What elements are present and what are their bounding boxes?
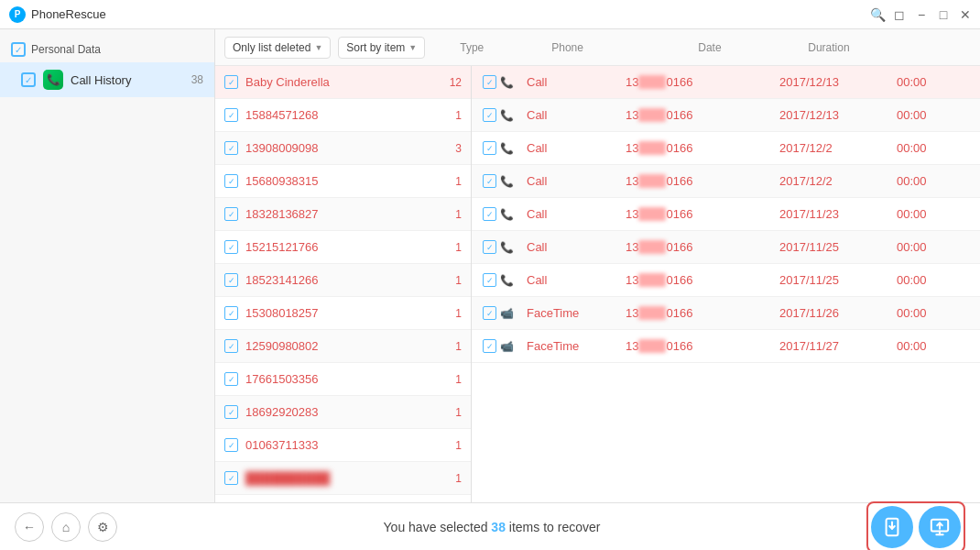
detail-row[interactable]: ✓ 📞 Call 13 0166 2017/11/25 00:00 — [472, 264, 980, 297]
home-button[interactable]: ⌂ — [51, 512, 81, 542]
detail-check[interactable]: ✓ 📹 — [483, 306, 519, 320]
detail-checkbox[interactable]: ✓ — [483, 174, 496, 188]
maximize-icon[interactable]: □ — [936, 7, 951, 22]
row-count: 1 — [443, 208, 462, 221]
list-item[interactable]: ✓ 15680938315 1 — [215, 165, 471, 198]
row-checkbox[interactable]: ✓ — [224, 108, 238, 122]
detail-check[interactable]: ✓ 📞 — [483, 108, 519, 122]
list-rows: ✓ Baby Cinderella 12 ✓ 15884571268 1 ✓ 1… — [215, 66, 471, 502]
row-checkbox[interactable]: ✓ — [224, 438, 238, 452]
detail-pane: ✓ 📞 Call 13 0166 2017/12/13 00:00 ✓ 📞 — [472, 66, 980, 502]
row-count: 12 — [443, 76, 462, 89]
list-item[interactable]: ✓ 15215121766 1 — [215, 231, 471, 264]
detail-checkbox[interactable]: ✓ — [483, 108, 496, 122]
row-count: 1 — [443, 439, 462, 452]
list-item[interactable]: ✓ ██████████ 1 — [215, 462, 471, 495]
list-item[interactable]: ✓ 17661503356 1 — [215, 363, 471, 396]
list-item[interactable]: ✓ 01063711333 1 — [215, 429, 471, 462]
two-pane: ✓ Baby Cinderella 12 ✓ 15884571268 1 ✓ 1… — [215, 66, 980, 502]
detail-checkbox[interactable]: ✓ — [483, 207, 496, 221]
row-count: 1 — [443, 373, 462, 386]
row-name: 18692920283 — [245, 405, 436, 419]
row-checkbox[interactable]: ✓ — [224, 471, 238, 485]
sort-button[interactable]: Sort by item ▼ — [338, 37, 425, 59]
detail-row[interactable]: ✓ 📹 FaceTime 13 0166 2017/11/26 00:00 — [472, 297, 980, 330]
detail-checkbox[interactable]: ✓ — [483, 240, 496, 254]
row-checkbox[interactable]: ✓ — [224, 75, 238, 89]
list-item[interactable]: ✓ 15884571268 1 — [215, 99, 471, 132]
item-checkbox[interactable]: ✓ — [21, 72, 36, 87]
list-item[interactable]: ✓ Baby Cinderella 12 — [215, 66, 471, 99]
footer-text-post: items to recover — [506, 520, 600, 534]
col-date: 2017/11/26 — [779, 306, 889, 320]
footer-text-pre: You have selected — [384, 520, 492, 534]
list-item[interactable]: ✓ 12590980802 1 — [215, 330, 471, 363]
parent-checkbox[interactable]: ✓ — [11, 42, 26, 57]
sidebar-item-call-history[interactable]: ✓ 📞 Call History 38 — [0, 62, 214, 97]
detail-check[interactable]: ✓ 📹 — [483, 339, 519, 353]
detail-row[interactable]: ✓ 📞 Call 13 0166 2017/12/13 00:00 — [472, 66, 980, 99]
row-checkbox[interactable]: ✓ — [224, 306, 238, 320]
sidebar: ✓ Personal Data ✓ 📞 Call History 38 — [0, 29, 215, 502]
detail-check[interactable]: ✓ 📞 — [483, 75, 519, 89]
row-checkbox[interactable]: ✓ — [224, 240, 238, 254]
detail-header-spacer: Type Phone Date Duration — [432, 41, 971, 54]
col-phone: 13 0166 — [626, 141, 772, 155]
row-name: 15884571268 — [245, 108, 436, 122]
nav-bar: ← ⌂ ⚙ — [15, 512, 117, 542]
back-button[interactable]: ← — [15, 512, 44, 542]
col-duration: 00:00 — [897, 75, 927, 89]
close-icon[interactable]: ✕ — [958, 7, 973, 22]
row-checkbox[interactable]: ✓ — [224, 141, 238, 155]
detail-checkbox[interactable]: ✓ — [483, 75, 496, 89]
detail-checkbox[interactable]: ✓ — [483, 339, 496, 353]
list-item[interactable]: ✓ 13908009098 3 — [215, 132, 471, 165]
restore-to-pc-button[interactable] — [919, 506, 961, 548]
content-area: Only list deleted ▼ Sort by item ▼ Type … — [215, 29, 980, 502]
minimize-alt-icon[interactable]: ◻ — [892, 7, 907, 22]
row-name: 01063711333 — [245, 438, 436, 452]
window-controls: 🔍 ◻ − □ ✕ — [870, 7, 973, 22]
detail-checkbox[interactable]: ✓ — [483, 273, 496, 287]
row-name: 18523141266 — [245, 273, 436, 287]
sidebar-section: ✓ Personal Data ✓ 📞 Call History 38 — [0, 29, 214, 104]
col-duration: 00:00 — [897, 339, 927, 353]
detail-row[interactable]: ✓ 📞 Call 13 0166 2017/11/25 00:00 — [472, 231, 980, 264]
settings-button[interactable]: ⚙ — [88, 512, 117, 542]
col-type: Call — [527, 207, 618, 221]
col-duration: 00:00 — [897, 306, 927, 320]
row-count: 1 — [443, 274, 462, 287]
list-item[interactable]: ✓ 15308018257 1 — [215, 297, 471, 330]
detail-check[interactable]: ✓ 📞 — [483, 273, 519, 287]
detail-check[interactable]: ✓ 📞 — [483, 174, 519, 188]
row-checkbox[interactable]: ✓ — [224, 273, 238, 287]
row-checkbox[interactable]: ✓ — [224, 174, 238, 188]
search-icon[interactable]: 🔍 — [870, 7, 885, 22]
list-item[interactable]: ✓ 18523141266 1 — [215, 264, 471, 297]
row-checkbox[interactable]: ✓ — [224, 207, 238, 221]
list-item[interactable]: ✓ 18692920283 1 — [215, 396, 471, 429]
detail-row[interactable]: ✓ 📞 Call 13 0166 2017/11/23 00:00 — [472, 198, 980, 231]
detail-row[interactable]: ✓ 📞 Call 13 0166 2017/12/2 00:00 — [472, 132, 980, 165]
filter-button[interactable]: Only list deleted ▼ — [224, 37, 331, 59]
detail-check[interactable]: ✓ 📞 — [483, 240, 519, 254]
action-buttons-wrapper — [866, 501, 965, 551]
detail-check[interactable]: ✓ 📞 — [483, 141, 519, 155]
row-checkbox[interactable]: ✓ — [224, 372, 238, 386]
col-date: 2017/11/25 — [779, 240, 889, 254]
detail-row[interactable]: ✓ 📞 Call 13 0166 2017/12/13 00:00 — [472, 99, 980, 132]
detail-row[interactable]: ✓ 📞 Call 13 0166 2017/12/2 00:00 — [472, 165, 980, 198]
minimize-icon[interactable]: − — [914, 7, 929, 22]
row-checkbox[interactable]: ✓ — [224, 405, 238, 419]
row-checkbox[interactable]: ✓ — [224, 339, 238, 353]
sidebar-item-label: Call History — [71, 73, 184, 87]
row-count: 1 — [443, 175, 462, 188]
detail-checkbox[interactable]: ✓ — [483, 141, 496, 155]
detail-checkbox[interactable]: ✓ — [483, 306, 496, 320]
col-duration: 00:00 — [897, 141, 927, 155]
col-type-header: Type — [460, 41, 551, 54]
detail-row[interactable]: ✓ 📹 FaceTime 13 0166 2017/11/27 00:00 — [472, 330, 980, 363]
detail-check[interactable]: ✓ 📞 — [483, 207, 519, 221]
restore-to-device-button[interactable] — [871, 506, 913, 548]
list-item[interactable]: ✓ 18328136827 1 — [215, 198, 471, 231]
